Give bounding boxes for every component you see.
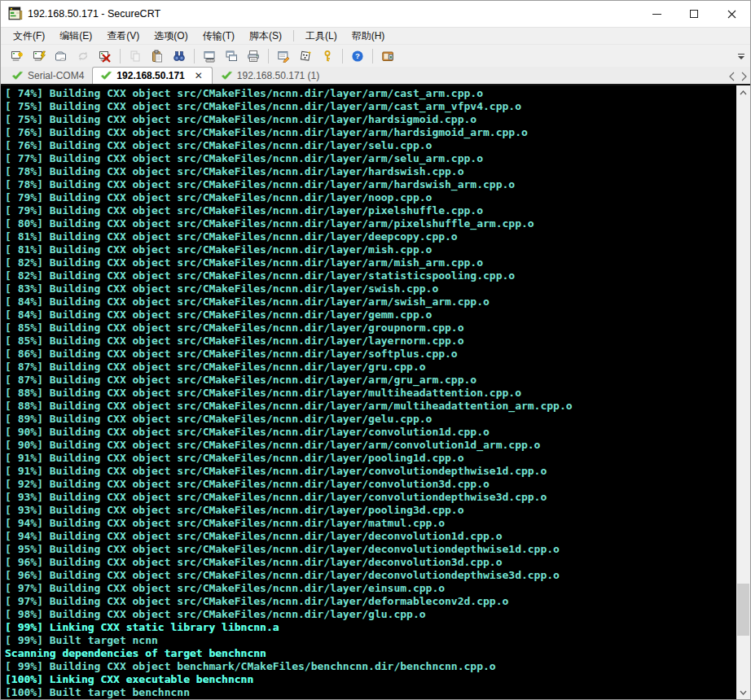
terminal-line: [ 75%] Building CXX object src/CMakeFile… [5, 100, 736, 113]
maximize-button[interactable] [675, 1, 713, 27]
terminal-line: [ 84%] Building CXX object src/CMakeFile… [5, 308, 736, 322]
terminal-line: [ 83%] Building CXX object src/CMakeFile… [5, 282, 736, 295]
help-icon[interactable]: ? [348, 47, 367, 65]
terminal-line: [ 87%] Building CXX object src/CMakeFile… [5, 361, 736, 374]
terminal-line: [ 99%] Built target ncnn [5, 634, 736, 647]
menu-item-1[interactable]: 编辑(E) [52, 28, 99, 45]
scrollbar-down-arrow[interactable] [736, 685, 750, 699]
connect-icon[interactable] [29, 47, 49, 65]
toolbar-separator [268, 49, 269, 63]
scrollbar-up-arrow[interactable] [736, 85, 750, 99]
securecrt-window: 192.168.50.171 - SecureCRT 文件(F)编辑(E)查看(… [0, 0, 751, 700]
menu-item-6[interactable]: 工具(L) [298, 28, 345, 45]
properties-icon[interactable] [274, 47, 293, 65]
terminal-line: [ 98%] Building CXX object src/CMakeFile… [5, 608, 736, 621]
terminal-line: [ 77%] Building CXX object src/CMakeFile… [5, 152, 736, 165]
terminal-line: [100%] Built target benchncnn [5, 686, 736, 699]
terminal-line: [ 81%] Building CXX object src/CMakeFile… [5, 243, 736, 256]
terminal-line: [ 88%] Building CXX object src/CMakeFile… [5, 400, 736, 413]
terminal-line: [ 94%] Building CXX object src/CMakeFile… [5, 530, 736, 543]
find-icon[interactable] [169, 47, 189, 65]
terminal-line: [ 79%] Building CXX object src/CMakeFile… [5, 204, 736, 217]
terminal-line: [ 78%] Building CXX object src/CMakeFile… [5, 165, 736, 178]
close-button[interactable] [713, 1, 750, 27]
session-tab-1[interactable]: 192.168.50.171✕ [92, 67, 212, 84]
terminal-line: [ 90%] Building CXX object src/CMakeFile… [5, 439, 736, 452]
terminal-line: [ 82%] Building CXX object src/CMakeFile… [5, 269, 736, 282]
terminal-line: [ 99%] Linking CXX static library libncn… [5, 621, 736, 634]
terminal-line: [ 85%] Building CXX object src/CMakeFile… [5, 335, 736, 348]
tab-label: 192.168.50.171 [116, 70, 184, 81]
reconnect-icon [73, 47, 93, 65]
terminal-line: [ 89%] Building CXX object src/CMakeFile… [5, 413, 736, 426]
terminal-line: [ 93%] Building CXX object src/CMakeFile… [5, 504, 736, 517]
terminal-line: [ 88%] Building CXX object src/CMakeFile… [5, 387, 736, 400]
terminal-line: [ 97%] Building CXX object src/CMakeFile… [5, 582, 736, 595]
menu-item-0[interactable]: 文件(F) [6, 28, 52, 45]
menu-item-5[interactable]: 脚本(S) [242, 28, 289, 45]
minimize-button[interactable] [638, 1, 675, 27]
terminal-line: [ 97%] Building CXX object src/CMakeFile… [5, 595, 736, 608]
menu-item-3[interactable]: 选项(O) [147, 28, 195, 45]
tab-close-icon[interactable]: ✕ [193, 70, 204, 81]
script-icon[interactable] [296, 47, 315, 65]
terminal-line: [ 99%] Building CXX object benchmark/CMa… [5, 660, 736, 673]
toolbar: ? [1, 44, 750, 67]
tab-connected-check-icon [11, 71, 24, 81]
print-icon[interactable] [244, 47, 263, 65]
terminal-line: [ 86%] Building CXX object src/CMakeFile… [5, 348, 736, 361]
svg-text:?: ? [355, 51, 360, 60]
terminal-line: [ 75%] Building CXX object src/CMakeFile… [5, 113, 736, 126]
terminal-line: [ 94%] Building CXX object src/CMakeFile… [5, 517, 736, 530]
window-title: 192.168.50.171 - SecureCRT [28, 8, 638, 20]
terminal-line: [ 95%] Building CXX object src/CMakeFile… [5, 543, 736, 556]
terminal-line: [ 80%] Building CXX object src/CMakeFile… [5, 217, 736, 230]
key-icon[interactable] [318, 47, 337, 65]
toolbar-overflow-button[interactable] [736, 49, 747, 63]
menu-bar: 文件(F)编辑(E)查看(V)选项(O)传输(T)脚本(S)工具(L)帮助(H) [1, 27, 750, 44]
title-bar: 192.168.50.171 - SecureCRT [1, 1, 750, 27]
tab-bar: Serial-COM4192.168.50.171✕192.168.50.171… [1, 67, 750, 85]
disconnect-icon[interactable] [95, 47, 115, 65]
terminal-line: [ 76%] Building CXX object src/CMakeFile… [5, 139, 736, 152]
menu-item-2[interactable]: 查看(V) [99, 28, 147, 45]
terminal-line: [ 82%] Building CXX object src/CMakeFile… [5, 256, 736, 269]
terminal-line: [ 84%] Building CXX object src/CMakeFile… [5, 295, 736, 308]
scrollbar-thumb[interactable] [737, 584, 749, 636]
toolbar-separator [194, 49, 195, 63]
terminal-line: [ 85%] Building CXX object src/CMakeFile… [5, 322, 736, 335]
terminal-line: [ 79%] Building CXX object src/CMakeFile… [5, 191, 736, 204]
copy-icon [125, 47, 145, 65]
paste-icon[interactable] [147, 47, 167, 65]
tab-scroll-right-icon[interactable] [740, 72, 748, 81]
maximize-icon [690, 10, 698, 18]
session-manager-icon[interactable] [378, 47, 397, 65]
connect-tab-icon[interactable] [51, 47, 71, 65]
keymap-icon[interactable] [200, 47, 219, 65]
terminal-output[interactable]: [ 74%] Building CXX object src/CMakeFile… [1, 85, 736, 699]
terminal-line: [ 90%] Building CXX object src/CMakeFile… [5, 426, 736, 439]
session-tab-2[interactable]: 192.168.50.171 (1) [213, 67, 327, 84]
tab-label: 192.168.50.171 (1) [237, 70, 319, 81]
terminal-line: [ 78%] Building CXX object src/CMakeFile… [5, 178, 736, 191]
menu-item-4[interactable]: 传输(T) [195, 28, 242, 45]
terminal-scrollbar[interactable] [736, 85, 750, 699]
toolbar-separator [120, 49, 121, 63]
terminal-line: [ 81%] Building CXX object src/CMakeFile… [5, 230, 736, 243]
close-icon [727, 10, 736, 19]
session-tab-0[interactable]: Serial-COM4 [3, 67, 92, 84]
terminal-line: Scanning dependencies of target benchncn… [5, 647, 736, 660]
tab-connected-check-icon [100, 71, 112, 81]
quick-connect-icon[interactable] [7, 47, 27, 65]
terminal-line: [ 74%] Building CXX object src/CMakeFile… [5, 87, 736, 100]
terminal-line: [ 96%] Building CXX object src/CMakeFile… [5, 556, 736, 569]
minimize-icon [652, 14, 661, 15]
menu-item-7[interactable]: 帮助(H) [345, 28, 393, 45]
cascade-windows-icon[interactable] [222, 47, 241, 65]
tab-scroll-left-icon[interactable] [728, 72, 736, 81]
terminal-line: [ 91%] Building CXX object src/CMakeFile… [5, 452, 736, 465]
terminal-line: [ 87%] Building CXX object src/CMakeFile… [5, 374, 736, 387]
terminal-line: [ 76%] Building CXX object src/CMakeFile… [5, 126, 736, 139]
terminal-line: [ 92%] Building CXX object src/CMakeFile… [5, 478, 736, 491]
menu-divider [293, 30, 294, 42]
